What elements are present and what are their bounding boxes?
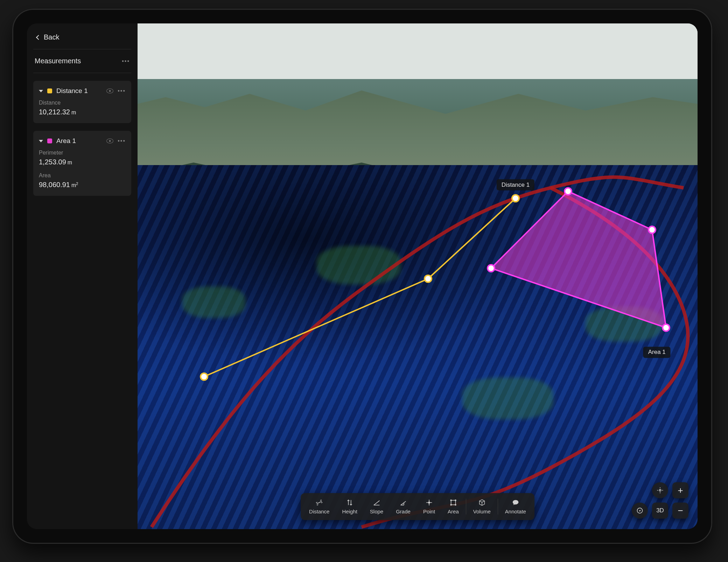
- svg-rect-1: [451, 500, 456, 505]
- map-viewport[interactable]: Distance 1 Area 1 Distance Height: [138, 23, 698, 529]
- distance-line[interactable]: [204, 198, 516, 377]
- recenter-button[interactable]: [652, 482, 668, 498]
- area-vertex[interactable]: [488, 265, 495, 272]
- measurement-card-area[interactable]: Area 1 ••• Perimeter 1,253.09m Area 98,0…: [33, 131, 131, 196]
- area-polygon[interactable]: [491, 191, 666, 328]
- tool-label: Distance: [309, 508, 329, 514]
- measurement-card-distance[interactable]: Distance 1 ••• Distance 10,212.32m: [33, 81, 131, 123]
- svg-point-6: [659, 490, 661, 491]
- metric-value: 1,253.09m: [39, 158, 126, 166]
- more-icon[interactable]: •••: [118, 88, 126, 94]
- svg-point-0: [428, 502, 430, 503]
- compass-icon: [636, 507, 643, 514]
- caret-down-icon[interactable]: [39, 90, 43, 92]
- svg-point-5: [455, 504, 456, 505]
- color-swatch: [47, 88, 52, 93]
- area-vertex[interactable]: [649, 226, 656, 233]
- locate-icon: [657, 487, 664, 494]
- caret-down-icon[interactable]: [39, 140, 43, 142]
- app-screen: Back Measurements ••• Distance 1 ••• D: [27, 23, 698, 529]
- more-icon[interactable]: •••: [122, 58, 130, 64]
- compass-button[interactable]: [632, 503, 648, 519]
- visibility-icon[interactable]: [106, 88, 113, 93]
- metric-label: Distance: [39, 100, 126, 106]
- tool-label: Area: [448, 508, 459, 514]
- tool-grade[interactable]: Grade: [390, 497, 417, 517]
- area-vertex[interactable]: [663, 324, 670, 331]
- card-title: Distance 1: [56, 87, 102, 95]
- metric-label: Area: [39, 172, 126, 179]
- toolbar-divider: [466, 499, 466, 514]
- minus-icon: −: [678, 506, 683, 515]
- metric-value: 98,060.91m2: [39, 181, 126, 189]
- distance-icon: [315, 499, 323, 506]
- card-title: Area 1: [56, 137, 102, 145]
- tool-slope[interactable]: Slope: [364, 497, 390, 517]
- color-swatch: [47, 138, 52, 143]
- tool-label: Grade: [396, 508, 411, 514]
- metric-label: Perimeter: [39, 150, 126, 156]
- height-icon: [346, 499, 354, 506]
- svg-point-2: [450, 500, 451, 501]
- tool-area[interactable]: Area: [441, 497, 465, 517]
- zoom-in-button[interactable]: +: [672, 482, 688, 498]
- view-mode-button[interactable]: 3D: [652, 503, 668, 519]
- distance-vertex[interactable]: [201, 373, 208, 380]
- metric-value: 10,212.32m: [39, 108, 126, 116]
- svg-point-4: [450, 504, 451, 505]
- device-frame: Back Measurements ••• Distance 1 ••• D: [12, 9, 712, 544]
- view-controls: + 3D −: [632, 482, 688, 519]
- area-icon: [449, 499, 457, 506]
- toolbar-divider: [498, 499, 498, 514]
- section-title: Measurements: [35, 57, 81, 65]
- grade-icon: [399, 499, 407, 506]
- measurement-overlay: [138, 23, 698, 529]
- slope-icon: [373, 499, 380, 506]
- volume-icon: [478, 499, 486, 506]
- tool-label: Volume: [473, 508, 491, 514]
- area-vertex[interactable]: [565, 188, 572, 195]
- tool-point[interactable]: Point: [417, 497, 441, 517]
- more-icon[interactable]: •••: [118, 138, 126, 144]
- distance-vertex[interactable]: [512, 195, 519, 202]
- svg-point-3: [455, 500, 456, 501]
- distance-vertex[interactable]: [425, 275, 432, 282]
- sidebar: Back Measurements ••• Distance 1 ••• D: [27, 23, 138, 529]
- point-icon: [425, 499, 433, 506]
- back-button[interactable]: Back: [33, 31, 131, 49]
- zoom-out-button[interactable]: −: [672, 503, 688, 519]
- measurement-toolbar: Distance Height Slope: [301, 493, 534, 520]
- tool-label: Point: [423, 508, 435, 514]
- section-header: Measurements •••: [33, 49, 131, 73]
- annotate-icon: [512, 499, 519, 506]
- chevron-left-icon: [36, 35, 41, 40]
- tool-label: Height: [342, 508, 357, 514]
- view-mode-label: 3D: [656, 507, 664, 514]
- back-label: Back: [44, 33, 59, 41]
- tool-volume[interactable]: Volume: [467, 497, 497, 517]
- visibility-icon[interactable]: [106, 138, 113, 143]
- tool-label: Slope: [370, 508, 383, 514]
- plus-icon: +: [678, 486, 683, 495]
- tool-label: Annotate: [505, 508, 526, 514]
- tool-annotate[interactable]: Annotate: [499, 497, 532, 517]
- tool-height[interactable]: Height: [336, 497, 363, 517]
- tool-distance[interactable]: Distance: [303, 497, 336, 517]
